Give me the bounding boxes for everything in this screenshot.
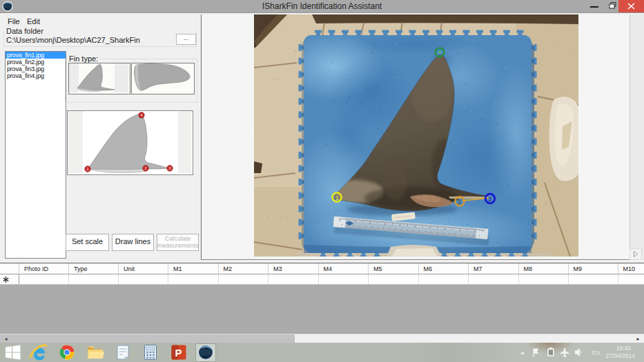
- svg-text:19:45: 19:45: [616, 345, 632, 352]
- svg-text:3: 3: [488, 196, 491, 203]
- svg-text:ITA: ITA: [592, 350, 601, 356]
- svg-text:27/04/2014: 27/04/2014: [605, 352, 635, 359]
- svg-text:2: 2: [458, 199, 461, 205]
- svg-text:4: 4: [140, 113, 142, 117]
- svg-text:3: 3: [168, 166, 170, 170]
- svg-text:P: P: [175, 347, 182, 359]
- svg-text:1: 1: [335, 194, 339, 201]
- svg-text:2: 2: [144, 166, 146, 170]
- svg-text:1: 1: [86, 167, 88, 171]
